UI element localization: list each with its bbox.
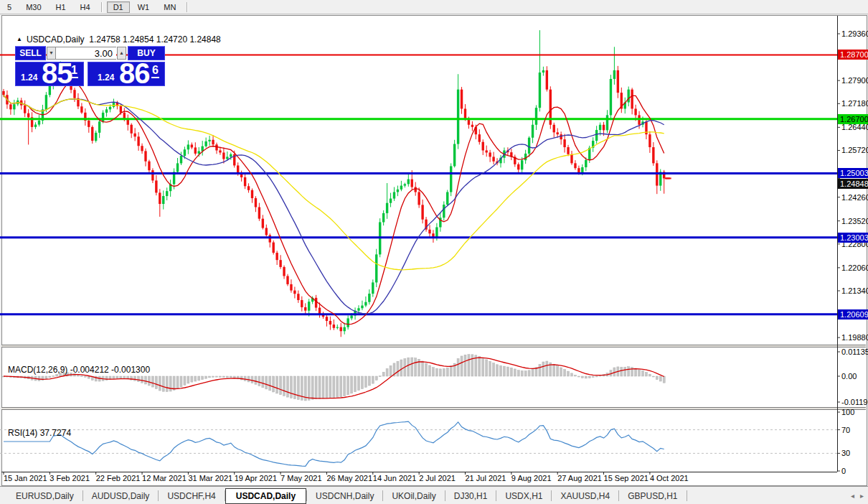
- price-axis-tick: 1.27180: [841, 99, 868, 108]
- price-axis-badge-1.24848: 1.24848: [838, 179, 868, 189]
- date-axis-label: 21 Jul 2021: [466, 474, 506, 482]
- tab-scroll-right-icon[interactable]: ▸: [860, 492, 864, 500]
- price-axis-tick: 1.22060: [841, 263, 868, 272]
- rsi-axis-label: 70: [841, 426, 850, 434]
- chart-window[interactable]: ▲USDCAD,Daily 1.24758 1.24854 1.24720 1.…: [1, 15, 867, 486]
- price-axis-tick: 1.27900: [841, 76, 868, 85]
- macd-axis-label: 0.01135: [841, 347, 868, 356]
- price-axis-badge-1.26700: 1.26700: [838, 114, 868, 124]
- chart-title: ▲USDCAD,Daily 1.24758 1.24854 1.24720 1.…: [16, 34, 221, 45]
- timeframe-button-H4[interactable]: H4: [74, 1, 97, 13]
- toolbar-separator: [101, 2, 103, 12]
- tab-XAUUSD-H4[interactable]: XAUUSD,H4: [552, 489, 618, 503]
- tab-USDCHF-H4[interactable]: USDCHF,H4: [159, 489, 224, 503]
- chart-tab-bar: EURUSD,DailyAUDUSD,DailyUSDCHF,H4USDCAD,…: [0, 486, 868, 504]
- timeframe-button-D1[interactable]: D1: [107, 1, 130, 13]
- date-axis-label: 15 Jan 2021: [4, 474, 47, 482]
- price-axis-tick: 1.29360: [841, 29, 868, 38]
- sell-price-pip: 1: [70, 64, 78, 78]
- macd-axis-label: 0.00: [841, 372, 857, 381]
- price-axis-badge-1.20609: 1.20609: [838, 309, 868, 319]
- sell-price-prefix: 1.24: [21, 73, 37, 83]
- price-axis-tick: 1.26440: [841, 123, 868, 131]
- tab-USDX-H1[interactable]: USDX,H1: [496, 489, 551, 503]
- date-axis-label: 3 Feb 2021: [49, 474, 90, 482]
- one-click-trading-panel: SELL ▼ ▲ BUY 1.24 85 1 1.24 86 6: [15, 46, 166, 86]
- tab-DJ30-H1[interactable]: DJ30,H1: [445, 489, 496, 503]
- mt4-window: 5M30H1H4D1W1MN ▲USDCAD,Daily 1.24758 1.2…: [0, 0, 868, 504]
- buy-price-pip: 6: [151, 64, 159, 78]
- sell-price-display[interactable]: 1.24 85 1: [15, 62, 84, 86]
- toolbar-separator: [187, 2, 188, 12]
- rsi-axis-label: 100: [841, 408, 854, 416]
- tab-AUDUSD-Daily[interactable]: AUDUSD,Daily: [83, 489, 159, 503]
- date-axis-label: 26 May 2021: [326, 474, 372, 482]
- tab-USDCNH-Daily[interactable]: USDCNH,Daily: [307, 489, 382, 503]
- tab-separator: [687, 490, 687, 501]
- date-axis-label: 2 Jul 2021: [419, 474, 456, 482]
- timeframe-button-5[interactable]: 5: [1, 1, 18, 13]
- price-axis-badge-1.23003: 1.23003: [838, 233, 868, 243]
- price-axis-tick: 1.23520: [841, 217, 868, 225]
- timeframe-button-M30[interactable]: M30: [19, 1, 47, 13]
- date-axis-label: 31 Mar 2021: [188, 474, 232, 482]
- tab-EURUSD-Daily[interactable]: EURUSD,Daily: [7, 489, 82, 503]
- macd-indicator-label: MACD(12,26,9) -0.004212 -0.001300: [8, 365, 150, 375]
- price-axis-tick: 1.21340: [841, 286, 868, 295]
- date-axis-label: 9 Aug 2021: [511, 474, 552, 482]
- rsi-axis-label: 0: [841, 467, 846, 475]
- price-axis-tick: 1.25720: [841, 146, 868, 154]
- date-axis-label: 7 May 2021: [280, 474, 321, 482]
- date-axis-label: 19 Apr 2021: [235, 474, 277, 482]
- date-axis-label: 12 Mar 2021: [142, 474, 187, 482]
- buy-price-prefix: 1.24: [98, 73, 114, 83]
- sell-price-big: 85: [42, 57, 72, 90]
- timeframe-button-H1[interactable]: H1: [49, 1, 72, 13]
- buy-price-display[interactable]: 1.24 86 6: [88, 62, 165, 86]
- price-axis-badge-1.28700: 1.28700: [838, 50, 868, 60]
- date-axis-label: 15 Sep 2021: [604, 474, 648, 482]
- date-axis-label: 4 Oct 2021: [650, 474, 689, 482]
- price-axis-tick: 1.19880: [841, 333, 868, 342]
- chart-title-symbol: USDCAD,Daily: [27, 34, 85, 45]
- chart-title-ohlc: 1.24758 1.24854 1.24720 1.24848: [89, 34, 221, 45]
- tab-scroll-left-icon[interactable]: ◂: [851, 492, 854, 500]
- timeframe-toolbar: 5M30H1H4D1W1MN: [0, 0, 868, 14]
- price-axis-badge-1.25003: 1.25003: [838, 168, 868, 178]
- rsi-indicator-label: RSI(14) 37.7274: [8, 428, 71, 438]
- rsi-axis-label: 30: [841, 449, 850, 457]
- date-axis-label: 22 Feb 2021: [96, 474, 141, 482]
- macd-axis-label: -0.011904: [841, 398, 868, 406]
- symbol-collapse-icon[interactable]: ▲: [16, 36, 22, 42]
- tab-UKOil-Daily[interactable]: UKOil,Daily: [383, 489, 444, 503]
- tab-GBPUSD-H1[interactable]: GBPUSD,H1: [619, 489, 686, 503]
- timeframe-button-MN[interactable]: MN: [157, 1, 182, 13]
- date-axis-label: 27 Aug 2021: [557, 474, 602, 482]
- timeframe-button-W1[interactable]: W1: [131, 1, 156, 13]
- buy-price-big: 86: [119, 57, 150, 90]
- date-axis-label: 14 Jun 2021: [373, 474, 417, 482]
- tab-USDCAD-Daily[interactable]: USDCAD,Daily: [225, 488, 306, 504]
- price-axis-tick: 1.24260: [841, 193, 868, 202]
